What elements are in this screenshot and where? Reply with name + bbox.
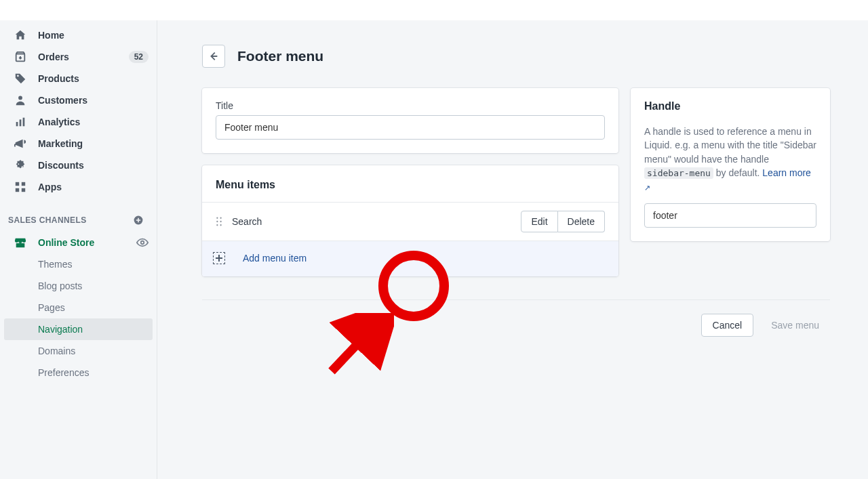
megaphone-icon (14, 137, 27, 150)
page-actions: Cancel Save menu (202, 299, 830, 337)
subnav-navigation[interactable]: Navigation (4, 318, 153, 340)
svg-rect-8 (22, 188, 25, 192)
store-icon (14, 236, 27, 249)
sales-channels-heading: SALES CHANNELS (0, 198, 157, 232)
subnav-domains[interactable]: Domains (0, 340, 153, 362)
nav-label: Analytics (38, 117, 149, 127)
handle-heading: Handle (644, 100, 816, 112)
grid-icon (14, 180, 27, 194)
delete-button[interactable]: Delete (558, 211, 605, 232)
view-store-icon[interactable] (136, 236, 149, 249)
edit-button[interactable]: Edit (521, 211, 557, 232)
menu-item-row: Search Edit Delete (202, 202, 618, 241)
home-icon (14, 28, 27, 42)
sidebar: Home Orders 52 Products Customers (0, 20, 157, 479)
nav-label: Customers (38, 95, 149, 106)
nav-products[interactable]: Products (0, 68, 157, 89)
add-dashed-icon (213, 252, 225, 264)
nav-online-store[interactable]: Online Store (0, 232, 157, 253)
nav-label: Apps (38, 182, 149, 192)
svg-rect-7 (16, 188, 19, 192)
person-icon (14, 93, 27, 107)
title-input[interactable] (216, 115, 605, 140)
svg-rect-3 (20, 119, 22, 126)
menu-items-card: Menu items Search Edit Delete Add (202, 165, 618, 276)
add-menu-item-label: Add menu item (243, 253, 307, 264)
menu-items-heading: Menu items (202, 165, 618, 202)
cancel-button[interactable]: Cancel (701, 314, 754, 337)
page-title: Footer menu (237, 48, 323, 64)
add-channel-icon[interactable] (132, 214, 144, 226)
svg-point-16 (220, 224, 221, 226)
arrow-left-icon (208, 50, 220, 62)
svg-point-10 (141, 241, 144, 245)
svg-point-11 (216, 217, 218, 219)
nav-label: Products (38, 73, 149, 84)
back-button[interactable] (202, 45, 225, 68)
title-label: Title (216, 100, 605, 111)
subnav-themes[interactable]: Themes (0, 253, 153, 275)
nav-analytics[interactable]: Analytics (0, 111, 157, 133)
subnav-pages[interactable]: Pages (0, 297, 153, 318)
svg-point-15 (216, 224, 218, 226)
nav-label: Home (38, 30, 149, 41)
main-content: Footer menu Title Menu items Search (157, 20, 868, 479)
discount-icon (14, 159, 27, 172)
orders-icon (14, 50, 27, 64)
tag-icon (14, 72, 27, 85)
add-menu-item[interactable]: Add menu item (202, 241, 618, 276)
handle-input[interactable] (644, 203, 816, 228)
nav-label: Discounts (38, 160, 149, 171)
subnav-preferences[interactable]: Preferences (0, 362, 153, 383)
save-menu-button: Save menu (760, 314, 830, 337)
svg-rect-4 (23, 118, 25, 127)
svg-rect-5 (16, 182, 19, 186)
menu-item-name: Search (232, 216, 511, 227)
handle-description: A handle is used to reference a menu in … (644, 125, 816, 194)
nav-home[interactable]: Home (0, 24, 157, 46)
handle-card: Handle A handle is used to reference a m… (631, 88, 830, 241)
nav-discounts[interactable]: Discounts (0, 154, 157, 176)
svg-point-14 (220, 221, 221, 222)
svg-point-1 (18, 96, 22, 100)
nav-orders[interactable]: Orders 52 (0, 46, 157, 68)
nav-label: Orders (38, 51, 118, 62)
nav-label: Marketing (38, 138, 149, 149)
orders-badge: 52 (129, 51, 149, 63)
drag-handle-icon[interactable] (216, 217, 222, 226)
nav-marketing[interactable]: Marketing (0, 133, 157, 154)
nav-apps[interactable]: Apps (0, 176, 157, 198)
title-card: Title (202, 88, 618, 153)
nav-customers[interactable]: Customers (0, 89, 157, 111)
external-link-icon: ↗ (644, 184, 650, 192)
svg-point-13 (216, 221, 218, 222)
subnav-blog-posts[interactable]: Blog posts (0, 275, 153, 297)
svg-point-12 (220, 217, 221, 219)
bars-icon (14, 115, 27, 129)
nav-label: Online Store (38, 237, 125, 248)
svg-rect-2 (16, 122, 18, 126)
svg-rect-6 (22, 182, 25, 186)
